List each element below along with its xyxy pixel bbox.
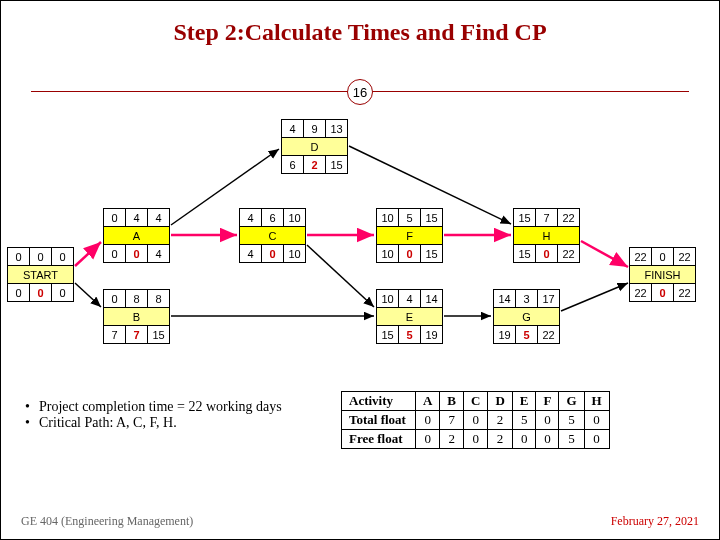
footer: GE 404 (Engineering Management) February…	[21, 514, 699, 529]
note-completion: Project completion time = 22 working day…	[39, 399, 282, 414]
footer-date: February 27, 2021	[611, 514, 699, 529]
svg-line-1	[75, 283, 101, 307]
node-c: 4610 C 4010	[239, 208, 306, 263]
activity-network-diagram: 000 START 000 044 A 004 088 B 7715 4913 …	[1, 111, 720, 351]
node-h: 15722 H 15022	[513, 208, 580, 263]
svg-line-10	[581, 241, 628, 267]
node-finish: 22022 FINISH 22022	[629, 247, 696, 302]
node-b: 088 B 7715	[103, 289, 170, 344]
page-title: Step 2:Calculate Times and Find CP	[13, 19, 707, 46]
node-f: 10515 F 10015	[376, 208, 443, 263]
svg-line-6	[307, 245, 374, 307]
page-number-badge: 16	[347, 79, 373, 105]
note-critical-path: Critical Path: A, C, F, H.	[39, 415, 177, 430]
node-start: 000 START 000	[7, 247, 74, 302]
node-e: 10414 E 15519	[376, 289, 443, 344]
footer-course: GE 404 (Engineering Management)	[21, 514, 193, 529]
node-d: 4913 D 6215	[281, 119, 348, 174]
table-row: Activity AB CD EF GH	[342, 392, 610, 411]
table-row: Total float 07 02 50 50	[342, 411, 610, 430]
node-g: 14317 G 19522	[493, 289, 560, 344]
float-table: Activity AB CD EF GH Total float 07 02 5…	[341, 391, 610, 449]
notes: •Project completion time = 22 working da…	[25, 399, 282, 431]
svg-line-0	[75, 242, 101, 266]
table-row: Free float 02 02 00 50	[342, 430, 610, 449]
svg-line-11	[561, 283, 628, 311]
node-a: 044 A 004	[103, 208, 170, 263]
